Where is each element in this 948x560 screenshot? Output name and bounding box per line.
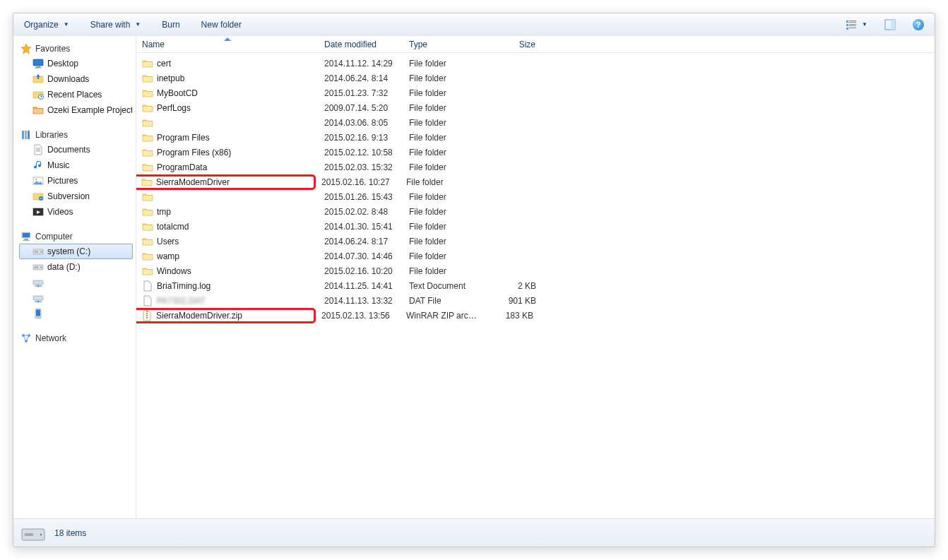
file-size: 2 KB xyxy=(487,281,542,291)
view-icon xyxy=(846,19,857,30)
file-date: 2014.06.24. 8:14 xyxy=(319,73,403,83)
file-name: BriaTiming.log xyxy=(157,281,211,291)
nav-item[interactable]: Ozeki Example Projects xyxy=(19,102,133,118)
device-icon xyxy=(32,308,44,319)
status-bar: 18 items xyxy=(13,518,935,547)
file-type: File folder xyxy=(403,207,487,217)
file-size: 901 KB xyxy=(487,296,542,306)
libraries-header[interactable]: Libraries xyxy=(19,128,133,142)
svn-icon xyxy=(32,191,44,202)
file-row[interactable]: inetpub2014.06.24. 8:14File folder xyxy=(136,71,935,85)
favorites-header[interactable]: Favorites xyxy=(19,42,133,56)
file-row[interactable]: Program Files2015.02.16. 9:13File folder xyxy=(136,130,935,145)
zip-icon xyxy=(141,310,153,321)
help-button[interactable]: ? xyxy=(906,16,930,33)
file-type: File folder xyxy=(403,88,487,98)
nav-item[interactable]: Subversion xyxy=(19,189,133,204)
drive-icon xyxy=(20,523,46,543)
view-mode-button[interactable]: ▼ xyxy=(839,16,874,33)
file-type: File folder xyxy=(403,118,487,128)
file-date: 2015.02.02. 8:48 xyxy=(319,207,403,217)
column-size[interactable]: Size xyxy=(487,36,542,52)
organize-button[interactable]: Organize▼ xyxy=(18,17,76,32)
share-with-button[interactable]: Share with▼ xyxy=(84,17,148,32)
file-date: 2014.07.30. 14:46 xyxy=(319,251,403,261)
folder-icon xyxy=(142,191,153,203)
nav-item[interactable] xyxy=(19,275,133,290)
network-icon xyxy=(20,333,32,344)
file-row[interactable]: BriaTiming.log2014.11.25. 14:41Text Docu… xyxy=(136,278,935,293)
nav-item[interactable]: Downloads xyxy=(19,71,133,87)
folder-icon xyxy=(142,251,153,262)
folder-icon xyxy=(142,117,153,129)
preview-pane-button[interactable] xyxy=(878,16,902,33)
column-date[interactable]: Date modified xyxy=(319,36,403,52)
file-name: totalcmd xyxy=(157,222,189,232)
computer-group: Computer system (C:)data (D:) xyxy=(19,230,133,321)
file-date: 2014.01.30. 15:41 xyxy=(319,222,403,232)
file-row[interactable]: PA7302.DAT2014.11.13. 13:32DAT File901 K… xyxy=(136,293,935,308)
netdrive-icon xyxy=(32,277,44,288)
new-folder-button[interactable]: New folder xyxy=(195,17,248,32)
file-row[interactable]: Windows2015.02.16. 10:20File folder xyxy=(136,263,935,278)
folder-icon xyxy=(142,266,153,277)
folder-icon xyxy=(142,102,153,114)
file-row[interactable]: Program Files (x86)2015.02.12. 10:58File… xyxy=(136,145,935,160)
nav-item[interactable]: Videos xyxy=(19,204,133,220)
file-type: File folder xyxy=(403,222,487,232)
nav-item[interactable]: data (D:) xyxy=(19,259,133,275)
file-type: WinRAR ZIP archive xyxy=(401,311,484,321)
file-row[interactable]: SierraModemDriver.zip2015.02.13. 13:56Wi… xyxy=(136,308,935,323)
file-name: wamp xyxy=(157,251,179,261)
file-date: 2015.01.26. 15:43 xyxy=(319,192,403,202)
file-row[interactable]: 2014.03.06. 8:05File folder xyxy=(136,115,935,130)
file-row[interactable]: cert2014.11.12. 14:29File folder xyxy=(136,56,935,71)
column-headers: Name Date modified Type Size xyxy=(136,36,935,53)
nav-item[interactable]: Recent Places xyxy=(19,87,133,102)
column-name[interactable]: Name xyxy=(136,36,319,52)
column-type[interactable]: Type xyxy=(403,36,487,52)
file-row[interactable]: tmp2015.02.02. 8:48File folder xyxy=(136,204,935,219)
file-name: cert xyxy=(157,59,171,68)
file-icon xyxy=(142,295,153,306)
file-row[interactable]: Users2014.06.24. 8:17File folder xyxy=(136,234,935,249)
file-date: 2014.11.25. 14:41 xyxy=(319,281,403,291)
folder-icon xyxy=(142,147,153,158)
explorer-window: Organize▼ Share with▼ Burn New folder ▼ … xyxy=(13,13,935,547)
file-name: SierraModemDriver.zip xyxy=(156,311,242,321)
file-row[interactable]: 2015.01.26. 15:43File folder xyxy=(136,189,935,204)
video-icon xyxy=(32,206,44,218)
folder-icon xyxy=(142,162,153,173)
file-name: SierraModemDriver xyxy=(156,177,230,187)
downloads-icon xyxy=(32,73,44,85)
nav-item[interactable] xyxy=(19,290,133,306)
file-list: cert2014.11.12. 14:29File folderinetpub2… xyxy=(136,53,935,518)
music-icon xyxy=(32,160,44,171)
computer-icon xyxy=(20,231,32,242)
nav-item[interactable]: Music xyxy=(19,157,133,173)
file-date: 2015.02.16. 10:27 xyxy=(316,177,401,187)
computer-header[interactable]: Computer xyxy=(19,230,133,244)
network-header[interactable]: Network xyxy=(19,331,133,345)
file-row[interactable]: PerfLogs2009.07.14. 5:20File folder xyxy=(136,100,935,115)
nav-item[interactable]: system (C:) xyxy=(19,244,133,259)
file-row[interactable]: MyBootCD2015.01.23. 7:32File folder xyxy=(136,85,935,100)
nav-item[interactable] xyxy=(19,306,133,321)
file-name: Program Files xyxy=(157,133,210,143)
nav-item[interactable]: Documents xyxy=(19,142,133,157)
nav-item[interactable]: Pictures xyxy=(19,173,133,189)
file-row[interactable]: ProgramData2015.02.03. 15:32File folder xyxy=(136,160,935,174)
folder-icon xyxy=(142,73,153,84)
chevron-down-icon: ▼ xyxy=(862,21,867,28)
item-count: 18 items xyxy=(54,528,86,538)
nav-item[interactable]: Desktop xyxy=(19,56,133,71)
file-row[interactable]: wamp2014.07.30. 14:46File folder xyxy=(136,249,935,263)
file-date: 2014.11.13. 13:32 xyxy=(319,296,403,306)
file-icon xyxy=(142,280,153,292)
file-name: Windows xyxy=(157,266,191,276)
file-row[interactable]: totalcmd2014.01.30. 15:41File folder xyxy=(136,219,935,234)
file-row[interactable]: SierraModemDriver2015.02.16. 10:27File f… xyxy=(136,174,935,189)
burn-button[interactable]: Burn xyxy=(155,17,186,32)
folder-orange-icon xyxy=(32,105,44,116)
navigation-pane: Favorites DesktopDownloadsRecent PlacesO… xyxy=(13,36,136,518)
